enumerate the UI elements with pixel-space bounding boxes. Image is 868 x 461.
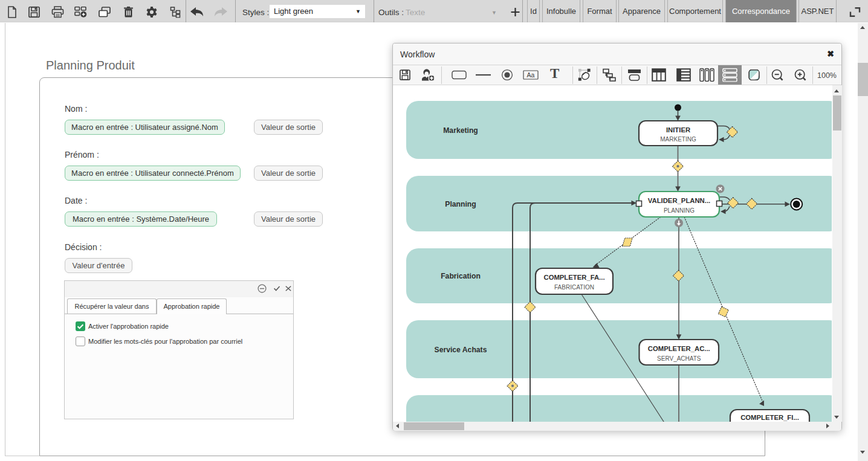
svg-text:Marketing: Marketing (443, 126, 478, 135)
svg-text:MARKETING: MARKETING (660, 136, 696, 143)
svg-text:INITIER: INITIER (666, 126, 690, 134)
svg-text:FABRICATION: FABRICATION (554, 284, 594, 291)
svg-text:SERV_ACHATS: SERV_ACHATS (657, 355, 701, 362)
svg-text:VALIDER_PLANN...: VALIDER_PLANN... (648, 197, 710, 204)
svg-text:Aa: Aa (527, 71, 535, 79)
svg-text:PLANNING: PLANNING (664, 207, 695, 214)
svg-text:Fabrication: Fabrication (441, 272, 481, 280)
svg-text:COMPLETER_FI...: COMPLETER_FI... (740, 414, 799, 421)
svg-text:Service Achats: Service Achats (435, 346, 487, 354)
svg-text:Planning: Planning (445, 200, 476, 208)
svg-text:COMPLETER_AC...: COMPLETER_AC... (648, 345, 710, 352)
svg-text:COMPLETER_FA...: COMPLETER_FA... (543, 274, 604, 281)
